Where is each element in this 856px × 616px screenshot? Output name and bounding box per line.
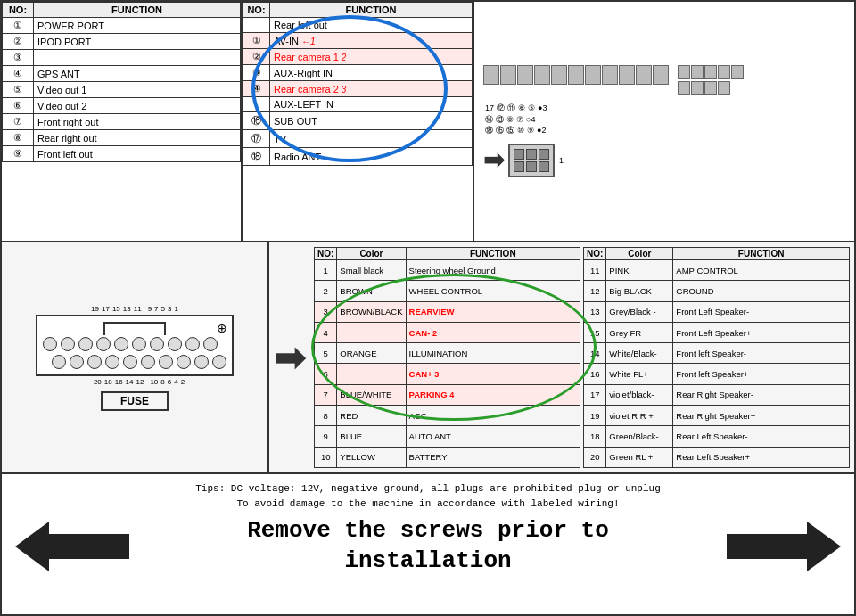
table-row: 16White FL+Front left Speaker+: [584, 364, 850, 384]
table-row: ①AV-IN ←1: [243, 33, 473, 49]
left-arrow-head-icon: [15, 522, 49, 571]
cell-func: GPS ANT: [34, 66, 241, 82]
table-row: 15Grey FR +Front Left Speaker+: [584, 322, 850, 342]
pin: [517, 65, 533, 85]
table-row: 3BROWN/BLACKREARVIEW: [315, 301, 580, 322]
pin: [619, 65, 635, 85]
pin: [43, 337, 57, 351]
cell-func: TV: [270, 130, 473, 148]
pin: [526, 161, 537, 172]
number-labels: 17⑫⑪⑥⑤●3 ⑭⑬⑧⑦○4 ⑱⑯⑮⑩⑨●2: [485, 103, 547, 136]
main-wrapper: NO: FUNCTION ①POWER PORT ②IPOD PORT ③ ④G…: [0, 0, 856, 616]
tips-line1: Tips: DC voltage: 12V, negative ground, …: [195, 481, 661, 497]
pin: [61, 337, 75, 351]
left-arrow-group: [15, 522, 129, 571]
cell-func: AV-IN ←1: [270, 33, 473, 49]
can-minus-func: CAN- 2: [406, 322, 580, 342]
middle-table-wrapper: NO: FUNCTION Rear left out ①AV-IN ←1 ②Re…: [243, 2, 474, 241]
pin: [678, 65, 690, 79]
table-row: ①POWER PORT: [3, 18, 241, 34]
left-arrow-body: [49, 534, 129, 559]
cell-func: AUX-Right IN: [270, 65, 473, 81]
middle-table: NO: FUNCTION Rear left out ①AV-IN ←1 ②Re…: [243, 2, 473, 166]
table-row: 14White/Black-Front left Speaker-: [584, 343, 850, 364]
connector-visuals: 17⑫⑪⑥⑤●3 ⑭⑬⑧⑦○4 ⑱⑯⑮⑩⑨●2 ➡: [479, 61, 748, 182]
cell-func: AUX-LEFT IN: [270, 97, 473, 112]
red-annotation-3: 3: [342, 85, 347, 94]
pin: [168, 337, 182, 351]
cell-func: Rear camera 2 3: [270, 81, 473, 97]
table-row: 2BROWNWHEEL CONTROL: [315, 281, 580, 301]
can-plus-func: CAN+ 3: [406, 364, 580, 384]
func-table-right: NO: Color FUNCTION 11PINKAMP CONTROL 12B…: [583, 247, 850, 468]
big-right-arrow-icon: ➡: [274, 336, 305, 380]
pin: [653, 65, 669, 85]
pin-numbers-top: 1917151311 97531: [91, 305, 178, 313]
cell-func: Rear camera 1 2: [270, 49, 473, 65]
rear-camera-1-text: Rear camera 1: [274, 52, 339, 62]
tips-line2: To avoid damage to the machine in accord…: [195, 497, 661, 512]
table-row: ⑱Radio ANT: [243, 148, 473, 166]
pin: [534, 65, 550, 85]
pin: [718, 81, 730, 95]
table-row: ③AUX-Right IN: [243, 65, 473, 81]
pin: [150, 337, 164, 351]
cell-func: Video out 1: [34, 82, 241, 98]
cell-func: Rear right out: [34, 130, 241, 146]
pin-numbers-bottom: 2018161412 108642: [85, 378, 185, 386]
table-row: ⑤Video out 1: [3, 82, 241, 98]
pin: [691, 81, 704, 95]
right-connector-area: 17⑫⑪⑥⑤●3 ⑭⑬⑧⑦○4 ⑱⑯⑮⑩⑨●2 ➡: [474, 2, 753, 241]
table-row: Rear left out: [243, 18, 473, 33]
pin: [636, 65, 652, 85]
top-connector-bar: [483, 65, 744, 95]
top-section: NO: FUNCTION ①POWER PORT ②IPOD PORT ③ ④G…: [2, 2, 854, 242]
mid-table-func-header: FUNCTION: [270, 3, 473, 18]
table-row: ⑯SUB OUT: [243, 112, 473, 130]
pin: [551, 65, 567, 85]
annotation-3: 3: [434, 370, 439, 379]
table-row: ⑧Rear right out: [3, 130, 241, 146]
cell-func: POWER PORT: [34, 18, 241, 34]
table-row: ④GPS ANT: [3, 66, 241, 82]
pin: [539, 149, 549, 160]
cell-func: SUB OUT: [270, 112, 473, 130]
table-row: 12Big BLACKGROUND: [584, 281, 850, 301]
cell-func: [34, 50, 241, 66]
table-row: 6CAN+ 3: [315, 364, 580, 384]
pin: [602, 65, 618, 85]
pin: [526, 149, 537, 160]
right-arrow-group: [727, 522, 841, 571]
pin: [203, 337, 218, 351]
table-row: 13Grey/Black -Front Left Speaker-: [584, 301, 850, 322]
left-table-no-header: NO:: [3, 3, 34, 18]
left-table-wrapper: NO: FUNCTION ①POWER PORT ②IPOD PORT ③ ④G…: [2, 2, 243, 241]
red-annotation-2: 2: [342, 53, 347, 62]
table-row: ⑥Video out 2: [3, 98, 241, 114]
pin: [704, 81, 717, 95]
right-arrow-body: [727, 534, 807, 559]
pin: [52, 355, 66, 369]
pin: [514, 149, 524, 160]
table-row: 8REDACC: [315, 406, 580, 426]
pin: [114, 337, 128, 351]
table-row: ④Rear camera 2 3: [243, 81, 473, 97]
table-row: ⑦Front right out: [3, 114, 241, 130]
left-table: NO: FUNCTION ①POWER PORT ②IPOD PORT ③ ④G…: [2, 2, 241, 162]
table-row: 1Small blackSteering wheel Ground: [315, 260, 580, 281]
rear-camera-2-text: Rear camera 2: [274, 84, 339, 94]
table-row: 19violet R R +Rear Right Speaker+: [584, 406, 850, 426]
pin: [500, 65, 516, 85]
rearview-func: REARVIEW: [406, 301, 580, 322]
table-row: ②IPOD PORT: [3, 34, 241, 50]
cell-func: Radio ANT: [270, 148, 473, 166]
remove-line2: installation: [138, 546, 718, 577]
remove-line1: Remove the screws prior to: [138, 516, 718, 546]
parking-func: PARKING 4: [406, 384, 580, 405]
annotation-2: 2: [432, 329, 437, 338]
pin: [212, 355, 226, 369]
pin: [78, 337, 93, 351]
table-row: AUX-LEFT IN: [243, 97, 473, 112]
pin: [585, 65, 601, 85]
table-row: 10YELLOWBATTERY: [315, 447, 580, 467]
